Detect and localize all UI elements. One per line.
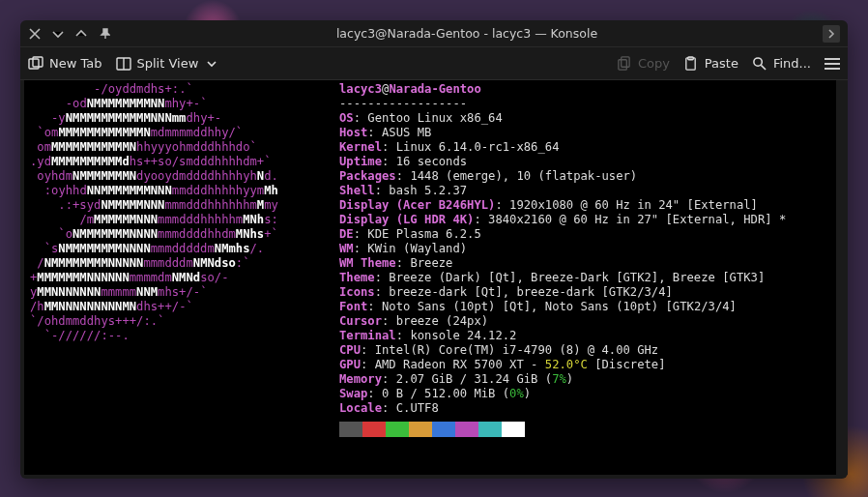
new-tab-icon: [28, 56, 43, 72]
copy-label: Copy: [638, 56, 670, 71]
find-button[interactable]: Find...: [752, 56, 811, 72]
titlebar: lacyc3@Narada-Gentoo - lacyc3 — Konsole: [20, 20, 848, 47]
pin-icon[interactable]: [98, 27, 111, 41]
palette-swatch: [455, 422, 478, 437]
split-view-icon: [116, 56, 131, 72]
svg-line-9: [762, 65, 767, 70]
toolbar: New Tab Split View Copy Paste: [20, 47, 848, 80]
search-icon: [752, 56, 767, 72]
palette-swatch: [478, 422, 502, 437]
tab-next-icon[interactable]: [823, 25, 840, 43]
menu-button[interactable]: [825, 58, 840, 70]
window-title: lacyc3@Narada-Gentoo - lacyc3 — Konsole: [111, 26, 823, 41]
palette-swatch: [362, 422, 386, 437]
new-tab-label: New Tab: [49, 56, 102, 71]
paste-button[interactable]: Paste: [683, 56, 738, 72]
konsole-window: lacyc3@Narada-Gentoo - lacyc3 — Konsole …: [20, 20, 848, 479]
scrollbar[interactable]: [840, 80, 848, 475]
terminal-output[interactable]: -/oyddmdhs+:.` lacyc3@Narada-Gentoo -odN…: [24, 80, 836, 475]
minimize-icon[interactable]: [51, 27, 65, 41]
hamburger-icon: [825, 58, 840, 70]
palette-swatch: [502, 422, 525, 437]
copy-icon: [617, 56, 632, 72]
copy-button[interactable]: Copy: [617, 56, 670, 72]
palette-swatch: [432, 422, 455, 437]
palette-swatch: [386, 422, 409, 437]
palette-swatch: [339, 422, 362, 437]
new-tab-button[interactable]: New Tab: [28, 56, 102, 72]
palette-swatch: [409, 422, 432, 437]
color-palette: [339, 422, 830, 437]
paste-label: Paste: [705, 56, 738, 71]
svg-point-8: [754, 58, 762, 66]
split-view-button[interactable]: Split View: [116, 56, 220, 72]
svg-rect-5: [622, 57, 629, 67]
chevron-down-icon: [204, 56, 219, 72]
maximize-icon[interactable]: [74, 27, 88, 41]
paste-icon: [683, 56, 699, 72]
split-view-label: Split View: [137, 56, 199, 71]
find-label: Find...: [773, 56, 811, 71]
svg-rect-4: [619, 60, 626, 70]
close-icon[interactable]: [28, 27, 42, 41]
